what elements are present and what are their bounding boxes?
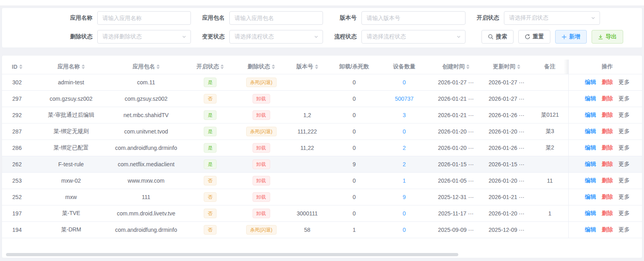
search-button[interactable]: 搜索 xyxy=(481,30,514,44)
cell-updated-time: 2026-01-20 ··· xyxy=(481,124,532,140)
action-more-link[interactable]: 更多 xyxy=(618,112,630,118)
cell-remark: 菜2 xyxy=(532,140,568,156)
device-count-link[interactable]: 9 xyxy=(403,194,406,200)
cell-enabled-status: 是 xyxy=(182,74,238,91)
cell-actions: 编辑删除更多 xyxy=(568,222,642,238)
cell-delete-status: 卸载 xyxy=(238,189,284,205)
device-count-link[interactable]: 0 xyxy=(403,210,406,217)
device-count-link[interactable]: 0 xyxy=(403,128,406,135)
version-input[interactable] xyxy=(361,11,465,25)
change-status-form-item: 变更状态请选择流程状态 xyxy=(191,30,323,44)
enable-status-form-item: 开启状态请选择开启状态 xyxy=(465,11,600,25)
export-button[interactable]: 导出 xyxy=(592,30,623,44)
cell-actions: 编辑删除更多 xyxy=(568,107,642,124)
action-edit-link[interactable]: 编辑 xyxy=(585,95,596,102)
action-more-link[interactable]: 更多 xyxy=(618,226,630,233)
cell-created-time: 2025-12-31 ··· xyxy=(430,189,481,205)
action-edit-link[interactable]: 编辑 xyxy=(585,128,596,134)
column-header-id[interactable]: ID xyxy=(2,60,32,74)
action-more-link[interactable]: 更多 xyxy=(618,210,630,216)
cell-uninstall-kill-count: 0 xyxy=(330,140,378,156)
action-more-link[interactable]: 更多 xyxy=(618,161,630,167)
sort-caret-icon[interactable] xyxy=(315,64,318,69)
action-delete-link[interactable]: 删除 xyxy=(602,193,613,200)
app-name-form-item: 应用名称 xyxy=(2,11,191,25)
horizontal-scrollbar-thumb[interactable] xyxy=(6,253,458,256)
status-badge: 是 xyxy=(204,159,217,169)
add-button[interactable]: 新增 xyxy=(555,30,587,44)
cell-app-package: www.mxw.com xyxy=(110,173,182,189)
action-edit-link[interactable]: 编辑 xyxy=(585,210,596,216)
status-badge: 杀死(闪退) xyxy=(246,78,277,87)
cell-version xyxy=(284,156,330,173)
action-delete-link[interactable]: 删除 xyxy=(602,210,613,216)
delete-status-select[interactable]: 请选择删除状态 xyxy=(97,30,191,44)
column-header-created[interactable]: 创建时间 xyxy=(430,60,481,74)
column-header-updated[interactable]: 更新时间 xyxy=(481,60,532,74)
sort-caret-icon[interactable] xyxy=(466,64,469,69)
app-package-input[interactable] xyxy=(229,11,323,25)
action-delete-link[interactable]: 删除 xyxy=(602,161,613,167)
action-more-link[interactable]: 更多 xyxy=(618,177,630,183)
column-header-name[interactable]: 应用名称 xyxy=(32,60,110,74)
action-more-link[interactable]: 更多 xyxy=(618,193,630,200)
device-count-link[interactable]: 2 xyxy=(403,161,406,167)
action-more-link[interactable]: 更多 xyxy=(618,79,630,85)
column-header-enabled[interactable]: 开启状态 xyxy=(182,60,238,74)
column-header-package[interactable]: 应用包名 xyxy=(110,60,182,74)
table-row: 253mxw-02www.mxw.com否卸载012026-01-05 ···2… xyxy=(2,173,642,189)
action-edit-link[interactable]: 编辑 xyxy=(585,161,596,167)
device-count-link[interactable]: 0 xyxy=(403,227,406,233)
device-count-link[interactable]: 2 xyxy=(403,145,406,151)
table-row: 302admin-testcom.11是杀死(闪退)002026-01-27 ·… xyxy=(2,74,642,91)
change-status-label: 变更状态 xyxy=(191,33,229,40)
action-delete-link[interactable]: 删除 xyxy=(602,128,613,134)
cell-app-package: com.netflix.mediaclient xyxy=(110,156,182,173)
action-delete-link[interactable]: 删除 xyxy=(602,226,613,233)
action-more-link[interactable]: 更多 xyxy=(618,95,630,102)
action-delete-link[interactable]: 删除 xyxy=(602,79,613,85)
action-edit-link[interactable]: 编辑 xyxy=(585,193,596,200)
app-name-input[interactable] xyxy=(97,11,191,25)
column-header-delstate[interactable]: 删除状态 xyxy=(238,60,284,74)
action-edit-link[interactable]: 编辑 xyxy=(585,79,596,85)
action-more-link[interactable]: 更多 xyxy=(618,128,630,134)
action-edit-link[interactable]: 编辑 xyxy=(585,226,596,233)
action-edit-link[interactable]: 编辑 xyxy=(585,144,596,151)
process-status-select[interactable]: 请选择流程状态 xyxy=(361,30,465,44)
action-delete-link[interactable]: 删除 xyxy=(602,95,613,102)
enable-status-select[interactable]: 请选择开启状态 xyxy=(504,11,600,25)
column-header-version[interactable]: 版本号 xyxy=(284,60,330,74)
cell-version: 1,2 xyxy=(284,107,330,124)
device-count-link[interactable]: 500737 xyxy=(395,96,414,102)
action-delete-link[interactable]: 删除 xyxy=(602,112,613,118)
action-edit-link[interactable]: 编辑 xyxy=(585,177,596,183)
cell-uninstall-kill-count: 0 xyxy=(330,74,378,91)
cell-actions: 编辑删除更多 xyxy=(568,156,642,173)
action-delete-link[interactable]: 删除 xyxy=(602,144,613,151)
cell-enabled-status: 否 xyxy=(182,189,238,205)
sort-caret-icon[interactable] xyxy=(272,64,275,69)
column-header-killcount: 卸载/杀死数 xyxy=(330,60,378,74)
cell-app-package: 111 xyxy=(110,189,182,205)
action-edit-link[interactable]: 编辑 xyxy=(585,112,596,118)
device-count-link[interactable]: 1 xyxy=(403,177,406,184)
sort-caret-icon[interactable] xyxy=(156,64,160,69)
change-status-select[interactable]: 请选择流程状态 xyxy=(229,30,323,44)
chevron-down-icon xyxy=(182,34,187,39)
cell-enabled-status: 是 xyxy=(182,156,238,173)
reset-button[interactable]: 重置 xyxy=(518,30,550,44)
cell-app-name: 菜-绑定已配置 xyxy=(32,140,110,156)
sort-caret-icon[interactable] xyxy=(19,64,22,69)
filter-panel: 应用名称应用包名版本号开启状态请选择开启状态 删除状态请选择删除状态变更状态请选… xyxy=(2,8,642,48)
column-label-version: 版本号 xyxy=(297,63,313,70)
sort-caret-icon[interactable] xyxy=(82,64,85,69)
action-delete-link[interactable]: 删除 xyxy=(602,177,613,183)
device-count-link[interactable]: 3 xyxy=(403,112,406,118)
sort-caret-icon[interactable] xyxy=(221,64,224,69)
device-count-link[interactable]: 0 xyxy=(403,79,406,86)
action-more-link[interactable]: 更多 xyxy=(618,144,630,151)
cell-actions: 编辑删除更多 xyxy=(568,124,642,140)
cell-app-package: com.gzsuy.sz002 xyxy=(110,91,182,107)
sort-caret-icon[interactable] xyxy=(517,64,520,69)
